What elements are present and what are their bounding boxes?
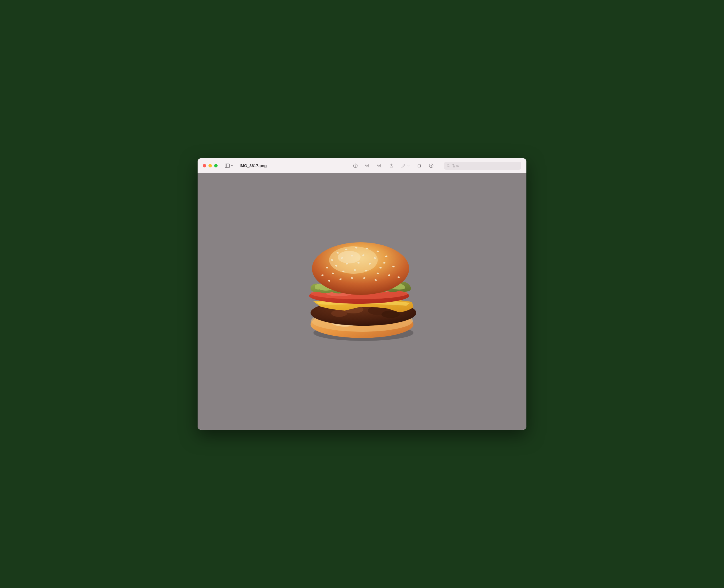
search-icon bbox=[446, 164, 450, 168]
minimize-button[interactable] bbox=[208, 164, 212, 167]
marker-icon bbox=[429, 163, 434, 168]
window-title: IMG_3617.png bbox=[240, 164, 267, 168]
maximize-button[interactable] bbox=[214, 164, 218, 167]
displayed-image bbox=[294, 236, 430, 344]
svg-line-15 bbox=[449, 166, 449, 167]
share-icon bbox=[389, 163, 394, 168]
close-button[interactable] bbox=[203, 164, 206, 167]
share-button[interactable] bbox=[389, 163, 394, 168]
rotate-icon bbox=[417, 163, 422, 168]
rotate-button[interactable] bbox=[417, 163, 422, 168]
image-viewport[interactable] bbox=[198, 173, 526, 430]
chevron-down-icon bbox=[407, 164, 410, 167]
zoom-out-icon bbox=[365, 163, 370, 168]
zoom-in-icon bbox=[377, 163, 382, 168]
search-input[interactable] bbox=[452, 164, 519, 168]
search-field[interactable] bbox=[444, 162, 521, 170]
traffic-lights bbox=[203, 164, 218, 167]
svg-point-14 bbox=[447, 164, 449, 166]
svg-point-24 bbox=[381, 311, 400, 318]
highlight-button[interactable] bbox=[429, 163, 434, 168]
window-titlebar: IMG_3617.png bbox=[198, 158, 526, 173]
zoom-out-button[interactable] bbox=[365, 163, 370, 168]
svg-line-6 bbox=[368, 167, 369, 167]
svg-point-13 bbox=[429, 164, 433, 168]
svg-point-32 bbox=[338, 251, 361, 264]
chevron-down-icon bbox=[231, 164, 233, 167]
pencil-icon bbox=[401, 163, 406, 168]
info-button[interactable] bbox=[353, 163, 358, 168]
sidebar-toggle-button[interactable] bbox=[223, 162, 235, 170]
svg-rect-12 bbox=[418, 165, 421, 167]
toolbar bbox=[353, 162, 521, 170]
info-icon bbox=[353, 163, 358, 168]
svg-point-23 bbox=[331, 310, 347, 317]
preview-window: IMG_3617.png bbox=[198, 158, 526, 430]
markup-dropdown-button[interactable] bbox=[407, 164, 410, 167]
svg-line-9 bbox=[380, 167, 381, 167]
cheeseburger-illustration bbox=[294, 236, 430, 344]
zoom-in-button[interactable] bbox=[377, 163, 382, 168]
markup-button[interactable] bbox=[401, 163, 406, 168]
svg-rect-0 bbox=[225, 164, 229, 167]
sidebar-icon bbox=[224, 163, 230, 169]
